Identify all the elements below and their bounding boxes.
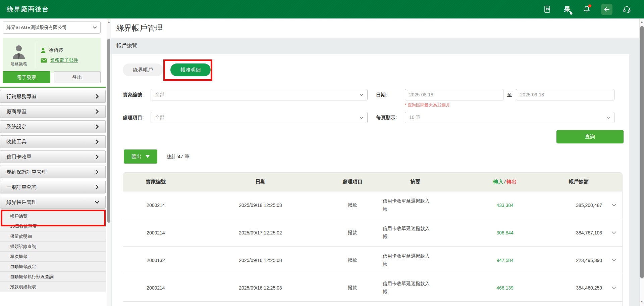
avatar [11, 44, 26, 60]
user-info-block: 徐侑婷 業務電子郵件 [35, 38, 101, 73]
sidebar-menu-item[interactable]: 行銷服務專區 [0, 90, 106, 103]
tab-transaction-detail[interactable]: 帳務明細 [170, 63, 211, 76]
table-row[interactable]: 2000214 2025/09/17 12:25:02 撥款 信用卡收單延遲撥款… [123, 219, 622, 246]
user-avatar-block: 服務業務 [3, 38, 35, 73]
company-select-value: 綠界STAGE測試股份有限公司 [6, 25, 93, 31]
table-row-partial [123, 301, 622, 306]
caret-down-icon [146, 155, 150, 158]
sidebar-menu-item[interactable]: 綠界帳戶管理 [0, 196, 106, 209]
ecpay-merchant-backend: 綠界廠商後台 果 [0, 0, 644, 306]
quick-logo-cursor-icon[interactable]: 果 [562, 4, 572, 14]
transactions-table: 賣家編號 日期 處理項目 摘要 轉入/轉出 帳戶餘額 2000214 [123, 172, 623, 306]
page-scrollbar-thumb[interactable] [640, 26, 644, 278]
logout-button[interactable]: 登出 [54, 71, 101, 83]
sidebar-submenu-item[interactable]: 單次提領 [0, 251, 106, 261]
chevron-down-icon [93, 26, 97, 29]
col-date: 日期 [189, 179, 332, 185]
company-select[interactable]: 綠界STAGE測試股份有限公司 [3, 21, 101, 34]
sidebar-menu-item[interactable]: 信用卡收單 [0, 150, 106, 163]
page-title-band: 綠界帳戶管理 [111, 18, 639, 38]
chevron-right-icon [96, 170, 99, 174]
chevron-down-icon [360, 117, 363, 119]
chevron-right-icon [96, 124, 99, 129]
user-card: 服務業務 徐侑婷 業務電子郵件 [3, 38, 101, 73]
sidebar-divider [0, 87, 106, 88]
export-button[interactable]: 匯出 [124, 149, 157, 164]
notification-bell-icon[interactable] [582, 4, 592, 14]
sidebar-submenu-item[interactable]: 30日收款額度 [0, 221, 106, 231]
sidebar-scrollbar-thumb[interactable] [107, 39, 110, 223]
col-balance: 帳戶餘額 [552, 179, 605, 185]
sidebar-menu-item[interactable]: 廠商專區 [0, 105, 106, 118]
section-title-band: 帳戶總覽 [111, 38, 639, 54]
support-headset-icon[interactable] [622, 4, 632, 14]
total-count-text: 總計:47 筆 [167, 154, 190, 160]
col-process-item: 處理項目 [332, 179, 373, 185]
date-range-note: * 查詢區間最大為12個月 [405, 102, 450, 108]
per-page-select[interactable]: 10 筆 [405, 112, 614, 123]
user-name: 徐侑婷 [49, 47, 63, 53]
process-item-select[interactable]: 全部 [151, 112, 368, 123]
scroll-up-arrow[interactable]: ▲ [640, 20, 644, 24]
table-row[interactable]: 2000132 2025/09/16 12:25:08 撥款 信用卡收單延遲撥款… [123, 246, 622, 274]
person-icon [41, 48, 46, 53]
collapse-sidebar-button[interactable] [601, 4, 612, 15]
sidebar-submenu-item[interactable]: 提領記錄查詢 [0, 241, 106, 251]
chevron-right-icon [96, 109, 99, 114]
sidebar-submenu-item[interactable]: 保留款明細 [0, 231, 106, 241]
app-title: 綠界廠商後台 [0, 5, 49, 14]
row-expand-chevron-icon[interactable] [605, 259, 622, 262]
e-invoice-button[interactable]: 電子發票 [3, 71, 50, 83]
table-row[interactable]: 2000214 2025/09/16 12:25:03 撥款 信用卡收單延遲撥款… [123, 274, 622, 301]
chevron-right-icon [96, 200, 99, 205]
search-button[interactable]: 查詢 [556, 130, 624, 143]
sidebar-submenu: 帳戶總覽 30日收款額度 保留款明細 提領記錄查詢 單次提領 自動提領設定 自動… [0, 211, 106, 292]
sidebar-submenu-item[interactable]: 自動提領設定 [0, 261, 106, 271]
date-to-input[interactable] [516, 89, 614, 100]
col-seller-id: 賣家編號 [123, 179, 189, 185]
scroll-down-arrow[interactable]: ▼ [640, 300, 644, 303]
sidebar-submenu-item[interactable]: 撥款明細報表 [0, 281, 106, 292]
sidebar-menu-item[interactable]: 系統設定 [0, 120, 106, 133]
row-expand-chevron-icon[interactable] [605, 231, 622, 234]
user-role-label: 服務業務 [10, 61, 27, 67]
header-icon-group: 果 [543, 4, 644, 15]
top-header-bar: 綠界廠商後台 果 [0, 0, 644, 18]
process-item-label: 處理項目: [123, 115, 151, 121]
chevron-right-icon [96, 139, 99, 144]
account-overview-card: 綠界帳戶 帳務明細 賣家編號: 全部 日期: 至 * 查詢區間最大為12個月 [112, 54, 629, 306]
table-header-row: 賣家編號 日期 處理項目 摘要 轉入/轉出 帳戶餘額 [123, 173, 622, 191]
sidebar-menu: 行銷服務專區 廠商專區 [0, 90, 106, 211]
sidebar-menu-item[interactable]: 一般訂單查詢 [0, 181, 106, 193]
chevron-right-icon [96, 94, 99, 99]
page-title: 綠界帳戶管理 [116, 23, 163, 33]
chevron-right-icon [96, 185, 99, 189]
date-range-separator: 至 [507, 92, 512, 98]
table-row[interactable]: 2000214 2025/09/18 12:25:03 撥款 信用卡收單延遲撥款… [123, 191, 622, 219]
per-page-label: 每頁顯示: [376, 115, 402, 121]
sidebar-scrollbar[interactable]: ▲ [107, 18, 111, 306]
sidebar-menu-item[interactable]: 收款工具 [0, 135, 106, 148]
section-title: 帳戶總覽 [116, 42, 137, 49]
envelope-icon [41, 58, 47, 63]
sidebar: 綠界STAGE測試股份有限公司 服務業務 [0, 18, 107, 306]
table-body: 2000214 2025/09/18 12:25:03 撥款 信用卡收單延遲撥款… [123, 191, 622, 301]
page-scrollbar[interactable]: ▲ ▼ [639, 18, 644, 306]
business-email-link[interactable]: 業務電子郵件 [50, 57, 78, 63]
seller-id-select[interactable]: 全部 [151, 89, 368, 100]
chevron-down-icon [606, 117, 610, 119]
scroll-up-arrow[interactable]: ▲ [107, 20, 111, 24]
row-expand-chevron-icon[interactable] [605, 204, 622, 207]
notification-dot [588, 4, 591, 7]
sidebar-submenu-item[interactable]: 帳戶總覽 [0, 211, 106, 221]
terms-contract-icon[interactable] [543, 4, 553, 14]
sidebar-menu-item[interactable]: 履約保證訂單管理 [0, 166, 106, 178]
tab-ecpay-account[interactable]: 綠界帳戶 [123, 63, 163, 76]
sidebar-submenu-item[interactable]: 自動提領執行狀況查詢 [0, 271, 106, 281]
col-transfer-in-out: 轉入/轉出 [458, 179, 552, 185]
chevron-right-icon [96, 155, 99, 159]
date-label: 日期: [376, 92, 402, 98]
row-expand-chevron-icon[interactable] [605, 286, 622, 289]
date-from-input[interactable] [405, 89, 503, 100]
main-content: 綠界帳戶管理 帳戶總覽 綠界帳戶 帳務明細 賣家編號: 全部 日期: 至 [111, 18, 639, 306]
